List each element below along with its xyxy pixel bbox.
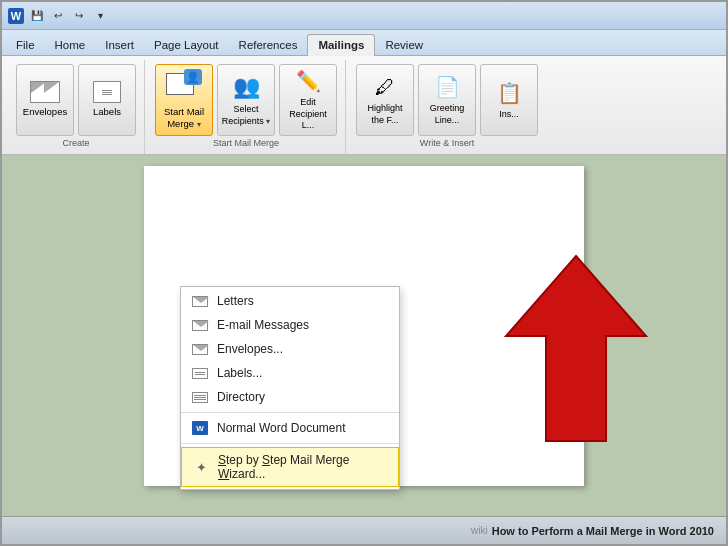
select-recipients-button[interactable]: 👥 SelectRecipients ▾	[217, 64, 275, 136]
labels-menu-icon	[191, 366, 209, 380]
tab-page-layout[interactable]: Page Layout	[144, 35, 229, 55]
envelopes-button[interactable]: Envelopes	[16, 64, 74, 136]
labels-menu-label: Labels...	[217, 366, 262, 380]
tab-insert[interactable]: Insert	[95, 35, 144, 55]
start-mail-merge-button[interactable]: 👤 Start MailMerge ▾	[155, 64, 213, 136]
undo-button[interactable]: ↩	[49, 7, 67, 25]
labels-button[interactable]: Labels	[78, 64, 136, 136]
menu-item-step-by-step[interactable]: ✦ Step by Step Mail Merge Wizard...	[181, 447, 399, 487]
menu-item-labels[interactable]: Labels...	[181, 361, 399, 385]
insert-merge-icon: 📋	[497, 80, 522, 106]
quick-access-toolbar: 💾 ↩ ↪ ▾	[28, 7, 109, 25]
tab-review[interactable]: Review	[375, 35, 433, 55]
quick-access-dropdown[interactable]: ▾	[91, 7, 109, 25]
footer-bar: wiki How to Perform a Mail Merge in Word…	[2, 516, 726, 544]
letters-label: Letters	[217, 294, 254, 308]
email-icon	[191, 318, 209, 332]
ribbon: Envelopes Labels Create	[2, 56, 726, 156]
envelope-icon	[30, 81, 60, 103]
start-mail-merge-label: Start MailMerge ▾	[164, 106, 204, 131]
tab-home[interactable]: Home	[45, 35, 96, 55]
greeting-line-label: GreetingLine...	[430, 103, 465, 126]
title-bar: W 💾 ↩ ↪ ▾	[2, 2, 726, 30]
menu-item-email-messages[interactable]: E-mail Messages	[181, 313, 399, 337]
menu-item-letters[interactable]: Letters	[181, 289, 399, 313]
envelopes-menu-icon	[191, 342, 209, 356]
doc-area: Letters E-mail Messages Envelopes...	[2, 156, 726, 516]
start-mail-merge-group-label: Start Mail Merge	[213, 138, 279, 148]
menu-separator-2	[181, 443, 399, 444]
footer-wiki-label: wiki	[471, 525, 488, 536]
app-frame: W 💾 ↩ ↪ ▾ File Home Insert Page Layout R…	[0, 0, 728, 546]
insert-merge-field-button[interactable]: 📋 Ins...	[480, 64, 538, 136]
tab-file[interactable]: File	[6, 35, 45, 55]
word-doc-icon: W	[191, 421, 209, 435]
directory-icon	[191, 390, 209, 404]
select-recipients-label: SelectRecipients ▾	[222, 104, 271, 127]
highlight-button[interactable]: 🖊 Highlightthe F...	[356, 64, 414, 136]
greeting-line-icon: 📄	[435, 74, 460, 100]
save-button[interactable]: 💾	[28, 7, 46, 25]
greeting-line-button[interactable]: 📄 GreetingLine...	[418, 64, 476, 136]
envelopes-label: Envelopes	[23, 106, 67, 118]
insert-merge-label: Ins...	[499, 109, 519, 121]
email-messages-label: E-mail Messages	[217, 318, 309, 332]
write-insert-group-label: Write & Insert	[420, 138, 474, 148]
ribbon-group-write-insert: 🖊 Highlightthe F... 📄 GreetingLine... 📋 …	[348, 60, 546, 154]
normal-word-doc-label: Normal Word Document	[217, 421, 345, 435]
step-by-step-label: Step by Step Mail Merge Wizard...	[218, 453, 388, 481]
ribbon-group-start-mail-merge: 👤 Start MailMerge ▾ 👥 SelectRecipients ▾…	[147, 60, 346, 154]
edit-recipient-icon: ✏️	[296, 68, 321, 94]
create-group-label: Create	[62, 138, 89, 148]
word-app-icon: W	[8, 8, 24, 24]
letters-icon	[191, 294, 209, 308]
footer-title: How to Perform a Mail Merge in Word 2010	[492, 525, 714, 537]
wizard-icon: ✦	[192, 460, 210, 474]
tab-mailings[interactable]: Mailings	[307, 34, 375, 56]
highlight-label: Highlightthe F...	[367, 103, 402, 126]
tab-references[interactable]: References	[229, 35, 308, 55]
ribbon-tabs: File Home Insert Page Layout References …	[2, 30, 726, 56]
redo-button[interactable]: ↪	[70, 7, 88, 25]
highlight-icon: 🖊	[375, 74, 395, 100]
mail-merge-icon: 👤	[166, 69, 202, 103]
labels-label: Labels	[93, 106, 121, 118]
select-recipients-icon: 👥	[233, 73, 260, 102]
edit-recipient-list-button[interactable]: ✏️ EditRecipient L...	[279, 64, 337, 136]
menu-separator-1	[181, 412, 399, 413]
start-mail-merge-dropdown: Letters E-mail Messages Envelopes...	[180, 286, 400, 490]
menu-item-directory[interactable]: Directory	[181, 385, 399, 409]
menu-item-envelopes[interactable]: Envelopes...	[181, 337, 399, 361]
edit-recipient-label: EditRecipient L...	[282, 97, 334, 132]
menu-item-normal-word-doc[interactable]: W Normal Word Document	[181, 416, 399, 440]
envelopes-menu-label: Envelopes...	[217, 342, 283, 356]
ribbon-group-create: Envelopes Labels Create	[8, 60, 145, 154]
directory-label: Directory	[217, 390, 265, 404]
label-icon	[93, 81, 121, 103]
